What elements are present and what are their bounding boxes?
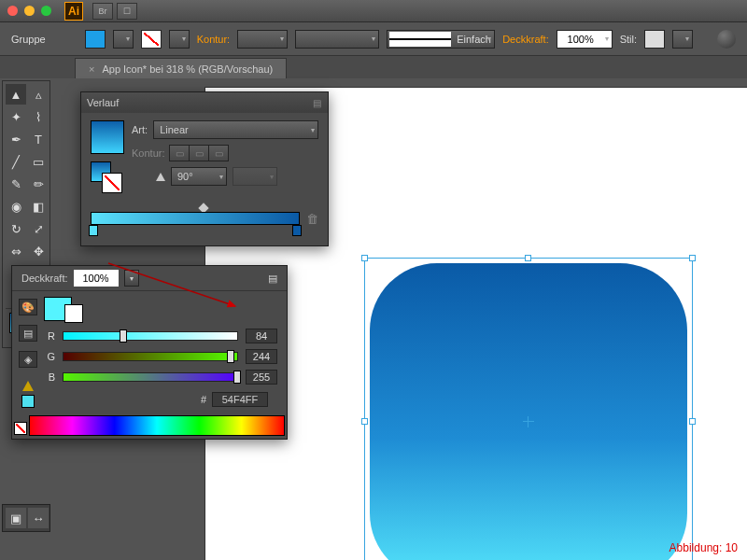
r-slider-track[interactable] [63, 331, 238, 341]
resize-handle-tr[interactable] [689, 255, 696, 261]
gradient-stop-left[interactable] [89, 225, 98, 236]
paintbrush-tool-icon[interactable]: ✎ [6, 174, 26, 194]
color-palette-icon[interactable]: 🎨 [19, 299, 37, 315]
out-of-gamut-swatch[interactable] [21, 395, 35, 408]
eraser-tool-icon[interactable]: ◧ [28, 196, 49, 217]
app-logo: Ai [64, 2, 83, 21]
none-color-icon[interactable] [14, 422, 27, 435]
secondary-color-swatch[interactable] [64, 304, 83, 323]
color-fill-stroke-pair[interactable] [44, 297, 277, 323]
aspect-ratio-field [233, 167, 277, 186]
g-slider-thumb[interactable] [227, 350, 234, 363]
brush-def-dropdown[interactable]: Einfach [387, 30, 495, 49]
resize-handle-lc[interactable] [361, 418, 368, 425]
color-panel-menu-icon[interactable]: ▤ [268, 273, 277, 285]
magic-wand-tool-icon[interactable]: ✦ [6, 106, 26, 127]
g-value-field[interactable] [246, 349, 277, 364]
rectangle-tool-icon[interactable]: ▭ [28, 151, 49, 172]
bridge-button[interactable]: Br [92, 3, 113, 20]
hex-field[interactable] [212, 392, 268, 407]
rgb-sliders: R G B # [44, 291, 287, 415]
r-channel-label: R [44, 330, 55, 342]
color-panel[interactable]: Deckkraft: ▾ ▤ 🎨 ▤ ◈ R [11, 265, 288, 440]
zoom-window-icon[interactable] [41, 6, 51, 16]
delete-stop-icon[interactable]: 🗑 [306, 212, 318, 226]
graphic-style-dropdown[interactable] [672, 30, 693, 49]
g-value-input[interactable] [247, 351, 276, 362]
pen-tool-icon[interactable]: ✒ [6, 129, 26, 149]
opacity-field[interactable] [557, 30, 613, 49]
close-tab-icon[interactable]: × [89, 63, 94, 75]
selection-type-label: Gruppe [11, 34, 46, 45]
stroke-weight-dropdown[interactable] [237, 30, 288, 49]
stroke-mode-within-icon[interactable]: ▭ [169, 145, 190, 161]
r-value-input[interactable] [247, 330, 276, 342]
brush-style-text: Einfach [457, 34, 491, 45]
fill-swatch[interactable] [85, 30, 106, 49]
out-of-gamut-icon[interactable] [22, 381, 34, 391]
stroke-mode-across-icon[interactable]: ▭ [208, 145, 229, 161]
toolbox-footer: ▣ ↔ [2, 504, 50, 532]
document-tab[interactable]: × App Icon* bei 318 % (RGB/Vorschau) [75, 58, 287, 78]
lasso-tool-icon[interactable]: ⌇ [28, 106, 49, 127]
color-panel-side-icons: 🎨 ▤ ◈ [12, 291, 44, 415]
line-tool-icon[interactable]: ╱ [6, 151, 26, 172]
gradient-stop-right[interactable] [292, 225, 302, 236]
close-window-icon[interactable] [7, 6, 18, 16]
free-transform-tool-icon[interactable]: ✥ [28, 241, 49, 261]
gradient-preview-swatch[interactable] [91, 120, 124, 154]
hex-input[interactable] [213, 394, 267, 405]
spectrum-bar[interactable] [29, 415, 285, 436]
stop-opacity-field[interactable] [74, 270, 119, 287]
selection-bounding-box[interactable] [364, 258, 693, 560]
resize-handle-tc[interactable] [525, 255, 531, 261]
selection-tool-icon[interactable]: ▲ [6, 84, 26, 105]
gradient-ramp[interactable]: 🗑 [91, 203, 318, 238]
gradient-stroke-label: Kontur: [132, 147, 164, 159]
b-value-field[interactable] [246, 370, 277, 385]
gradient-panel[interactable]: Verlauf ▤ Art: Linear Kontur: [80, 91, 329, 246]
gradient-type-label: Art: [132, 124, 148, 135]
panel-menu-icon[interactable]: ▤ [313, 98, 322, 108]
gradient-panel-header[interactable]: Verlauf ▤ [81, 92, 328, 113]
scale-tool-icon[interactable]: ⤢ [28, 218, 49, 239]
b-slider-thumb[interactable] [233, 371, 241, 384]
gradient-ramp-bar[interactable] [91, 212, 300, 225]
resize-handle-tl[interactable] [361, 255, 368, 261]
stroke-mode-along-icon[interactable]: ▭ [189, 145, 209, 161]
direct-selection-tool-icon[interactable]: ▵ [28, 84, 49, 105]
gradient-panel-body: Art: Linear Kontur: ▭ ▭ ▭ 90 [81, 113, 328, 245]
blob-brush-tool-icon[interactable]: ◉ [6, 196, 26, 217]
stroke-dropdown[interactable] [169, 30, 190, 49]
pencil-tool-icon[interactable]: ✏ [28, 174, 49, 194]
gradient-angle-field[interactable]: 90° [171, 167, 227, 186]
b-value-input[interactable] [247, 371, 276, 383]
workspace-button[interactable]: ☐ [117, 3, 137, 20]
gradient-panel-title: Verlauf [87, 97, 119, 108]
rotate-tool-icon[interactable]: ↻ [6, 218, 26, 239]
stroke-swatch[interactable] [141, 30, 162, 49]
stop-opacity-row: Deckkraft: ▾ ▤ [12, 266, 287, 291]
recolor-artwork-icon[interactable] [717, 30, 736, 49]
gradient-type-dropdown[interactable]: Linear [153, 120, 318, 139]
var-width-dropdown[interactable] [295, 30, 379, 49]
screen-mode-icon[interactable]: ▣ [6, 508, 26, 528]
stop-opacity-input[interactable] [74, 273, 119, 284]
width-tool-icon[interactable]: ⇔ [6, 241, 26, 261]
stop-opacity-dropdown[interactable]: ▾ [124, 270, 139, 287]
minimize-window-icon[interactable] [24, 6, 35, 16]
type-tool-icon[interactable]: T [28, 129, 49, 149]
opacity-input[interactable] [563, 34, 599, 45]
r-value-field[interactable] [246, 329, 277, 343]
color-guide-icon[interactable]: ▤ [19, 325, 37, 342]
stroke-preview [389, 32, 451, 47]
color-3d-icon[interactable]: ◈ [19, 351, 37, 368]
r-slider-thumb[interactable] [120, 329, 127, 343]
graphic-style-swatch[interactable] [644, 30, 665, 49]
gradient-stroke-indicator[interactable] [102, 173, 122, 193]
change-screen-icon[interactable]: ↔ [28, 508, 49, 528]
fill-dropdown[interactable] [113, 30, 134, 49]
b-slider-track[interactable] [63, 372, 238, 382]
g-slider-track[interactable] [63, 352, 238, 361]
resize-handle-rc[interactable] [689, 418, 696, 425]
